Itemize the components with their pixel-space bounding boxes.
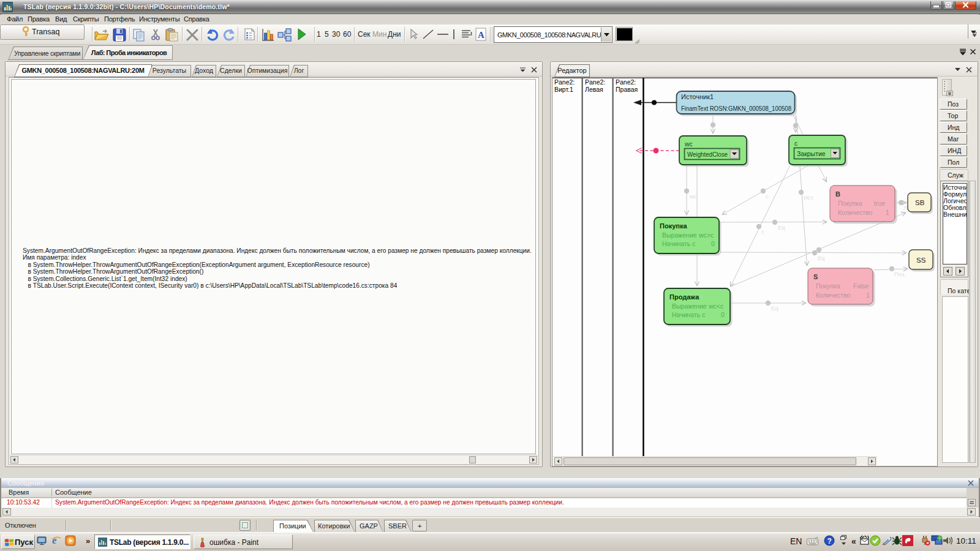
svg-text:Pane2:: Pane2: <box>585 78 605 86</box>
svg-text:Выражение: Выражение <box>662 231 697 239</box>
svg-text:Поз.: Поз. <box>894 271 906 277</box>
svg-text:Pane2:: Pane2: <box>554 78 575 86</box>
svg-text:c: c <box>794 140 797 147</box>
svg-text:Pane2:: Pane2: <box>616 78 636 86</box>
svg-text:wc: wc <box>684 140 693 148</box>
svg-text:B: B <box>835 190 840 198</box>
svg-text:true: true <box>874 200 885 207</box>
svg-text:SB: SB <box>915 199 925 206</box>
svg-text:0: 0 <box>711 240 715 247</box>
svg-text:Вирт.1: Вирт.1 <box>554 86 573 93</box>
svg-text:SS: SS <box>916 257 926 264</box>
svg-text:wc<c: wc<c <box>708 302 723 310</box>
svg-text:S: S <box>813 273 818 280</box>
svg-text:0: 0 <box>721 311 725 318</box>
svg-text:Правая: Правая <box>616 86 638 93</box>
svg-text:wc: wc <box>689 193 697 200</box>
svg-text:Левая: Левая <box>585 86 603 93</box>
svg-text:c: c <box>766 193 769 200</box>
svg-text:Продажа: Продажа <box>669 293 699 301</box>
svg-text:Eq: Eq <box>771 305 778 312</box>
svg-text:FinamText ROSN:GMKN_000508_100: FinamText ROSN:GMKN_000508_100508 <box>681 105 791 112</box>
svg-text:Выражение: Выражение <box>672 302 707 310</box>
svg-text:Начинать с: Начинать с <box>662 240 695 247</box>
svg-text:Количество: Количество <box>838 209 873 216</box>
svg-text:Eq: Eq <box>778 224 785 231</box>
svg-text:Eq: Eq <box>818 255 825 261</box>
svg-text:Источник1: Источник1 <box>681 93 714 100</box>
svg-text:Покупка: Покупка <box>816 282 840 290</box>
svg-text:e: e <box>52 535 57 546</box>
svg-text:Покупка: Покупка <box>838 200 862 207</box>
svg-text:Покупка: Покупка <box>660 222 687 230</box>
svg-text:A: A <box>478 30 484 40</box>
svg-text:?: ? <box>827 537 832 545</box>
svg-text:Начинать с: Начинать с <box>672 311 705 318</box>
svg-text:WeightedClose: WeightedClose <box>687 151 728 158</box>
svg-text:1: 1 <box>866 291 870 299</box>
svg-text:wc>c: wc>c <box>698 231 714 239</box>
svg-text:c: c <box>761 228 764 235</box>
svg-text:1: 1 <box>886 209 889 216</box>
svg-text:False: False <box>853 282 869 290</box>
svg-text:Количество: Количество <box>816 291 851 299</box>
svg-text:Ист.: Ист. <box>804 194 815 201</box>
svg-text:Закрытие: Закрытие <box>797 150 826 157</box>
